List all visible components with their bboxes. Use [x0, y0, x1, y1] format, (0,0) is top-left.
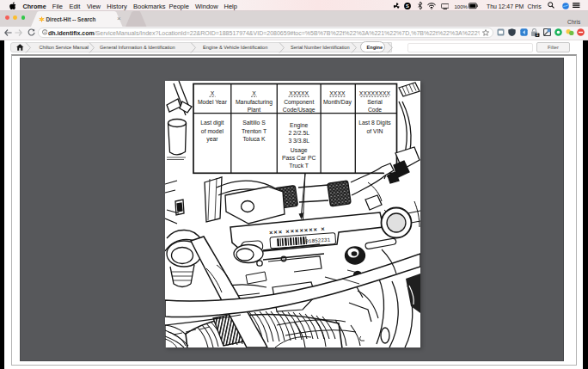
svg-text:X: X — [211, 90, 215, 96]
svg-text:Saltillo S: Saltillo S — [242, 120, 266, 126]
svg-text:Last digit: Last digit — [200, 120, 224, 126]
svg-text:2 2/2.5L: 2 2/2.5L — [288, 130, 309, 136]
svg-text:Serial: Serial — [367, 99, 383, 105]
svg-text:XXXXXXXX: XXXXXXXX — [359, 90, 391, 96]
svg-text:Manufacturing: Manufacturing — [236, 99, 273, 106]
svg-text:Toluca K: Toluca K — [242, 136, 266, 142]
svg-text:X: X — [252, 90, 256, 96]
svg-text:of VIN: of VIN — [367, 128, 383, 134]
svg-text:Truck T: Truck T — [289, 163, 309, 169]
svg-text:S: S — [406, 3, 409, 9]
svg-text:3 3/3.8L: 3 3/3.8L — [288, 138, 309, 144]
svg-text:Component: Component — [284, 99, 314, 106]
svg-text:Code/Usage: Code/Usage — [283, 107, 315, 114]
svg-text:Code: Code — [368, 107, 382, 113]
svg-text:Last 8 Digits: Last 8 Digits — [358, 120, 391, 126]
svg-text:Model Year: Model Year — [198, 99, 228, 105]
svg-text:Month/Day: Month/Day — [323, 99, 352, 106]
svg-text:XXXX: XXXX — [329, 90, 346, 96]
svg-text:Trenton T: Trenton T — [242, 128, 266, 134]
svg-text:Engine: Engine — [290, 122, 308, 129]
svg-text:year: year — [206, 136, 218, 143]
svg-text:Usage: Usage — [291, 147, 308, 154]
svg-text:XXXXX: XXXXX — [289, 90, 309, 96]
svg-text:Pass Car PC: Pass Car PC — [282, 155, 315, 161]
svg-text:of model: of model — [201, 128, 224, 134]
svg-text:Plant: Plant — [248, 107, 261, 113]
